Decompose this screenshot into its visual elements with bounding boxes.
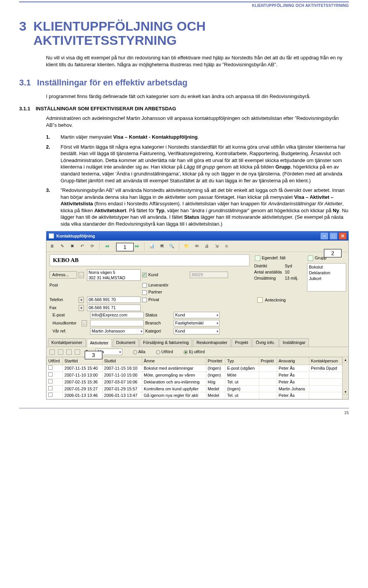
tab-kontaktpersoner[interactable]: Kontaktpersoner <box>48 338 86 347</box>
kategori-select[interactable]: Kund▾ <box>174 328 220 334</box>
table-row[interactable]: 2007-02-15 15:362007-03-07 16:06Deklarat… <box>47 378 342 385</box>
kund-checkbox[interactable] <box>142 273 147 277</box>
bransch-select[interactable]: Fastighetsmäkl▾ <box>174 320 220 326</box>
subsection-number: 3.1.1 <box>19 105 30 112</box>
refresh-icon[interactable]: ⟳ <box>89 243 95 250</box>
radio-alla[interactable] <box>133 350 137 354</box>
scroll-down-icon[interactable]: ▾ <box>343 389 348 395</box>
privat-checkbox[interactable] <box>142 298 147 302</box>
section-heading: 3.1 Inställningar för en effektiv arbets… <box>19 77 349 88</box>
app-window: 1 2 3 Kontaktuppföljning – □ ✕ 🗎 ✎ ✖ ↶ ⟳… <box>46 231 349 400</box>
table-header[interactable]: Kontaktperson <box>309 357 342 365</box>
tab-projekt[interactable]: Projekt <box>232 338 251 347</box>
row-checkbox[interactable] <box>48 365 53 370</box>
partner-checkbox[interactable] <box>142 290 147 295</box>
scrollbar[interactable]: ▴ ▾ <box>342 357 348 399</box>
chapter-heading: 3 KLIENTUPPFÖLJNING OCH AKTIVITETSSTYRNI… <box>19 19 349 48</box>
radio-utford[interactable] <box>156 350 160 354</box>
radio-ejutford[interactable] <box>184 350 188 354</box>
telefon-label: Telefon <box>49 297 77 303</box>
page-number: 15 <box>19 410 349 416</box>
search-icon[interactable]: 🔍 <box>168 243 175 250</box>
telefon-dd-icon[interactable]: ▾ <box>79 297 84 303</box>
tabtool-refresh-icon[interactable] <box>75 349 80 355</box>
export-icon[interactable]: ⇲ <box>213 243 220 250</box>
tools-icon[interactable]: 🛠 <box>158 243 165 250</box>
section-body: I programmet finns färdig definierade fä… <box>46 93 349 100</box>
exit-icon[interactable]: ⎋ <box>223 243 230 250</box>
edit-icon[interactable]: ✎ <box>59 243 66 250</box>
table-row[interactable]: 2006-01-13 13:462006-01-13 13:47Gå igeno… <box>47 392 342 399</box>
epost-label: E-post <box>53 312 80 318</box>
table-row[interactable]: 2007-01-29 15:272007-01-29 15:57Kontroll… <box>47 385 342 392</box>
last-icon[interactable]: ⏭ <box>133 243 140 250</box>
tab-dokument[interactable]: Dokument <box>113 338 139 347</box>
anteckning-label[interactable]: Anteckning <box>265 297 286 303</box>
egendef-header[interactable]: Egendef. fält <box>254 254 303 262</box>
tab-aktiviteter[interactable]: Aktiviteter <box>87 339 112 347</box>
new-icon[interactable]: 🗎 <box>49 243 56 250</box>
tab-installningar[interactable]: Inställningar <box>279 338 309 347</box>
close-button[interactable]: ✕ <box>338 232 347 240</box>
step-2: 2. Först vill Martin lägga till några eg… <box>46 144 349 184</box>
row-checkbox[interactable] <box>48 379 53 383</box>
hk-dd-icon[interactable]: … <box>82 320 87 326</box>
step-3: 3. ”Redovisningsbyrån AB” vill använda N… <box>46 187 349 227</box>
grupp-listbox[interactable]: Bokslut Deklaration Julkort <box>307 263 346 292</box>
titlebar[interactable]: Kontaktuppföljning – □ ✕ <box>46 231 348 241</box>
tabtool-new-icon[interactable] <box>49 349 55 355</box>
mail-icon[interactable]: ✉ <box>193 243 200 250</box>
intro-paragraph: Nu vill vi visa dig ett exempel på hur d… <box>46 54 349 68</box>
minimize-button[interactable]: – <box>320 232 329 240</box>
activity-table[interactable]: UtfördStarttidSluttidÄmnePrioritetTypPro… <box>46 357 342 399</box>
list-item[interactable]: Deklaration <box>309 270 344 276</box>
subsection-title: INSTÄLLNINGAR SOM EFFEKTIVISERAR DIN ARB… <box>36 105 176 112</box>
table-header[interactable]: Sluttid <box>102 357 142 365</box>
table-header[interactable]: Ansvarig <box>277 357 309 365</box>
tabtool-edit-icon[interactable] <box>58 349 63 355</box>
table-header[interactable]: Prioritet <box>206 357 225 365</box>
first-icon[interactable]: ⏮ <box>104 243 110 250</box>
print-icon[interactable]: 🖨 <box>203 243 210 250</box>
tabtool-delete-icon[interactable] <box>66 349 72 355</box>
undo-icon[interactable]: ↶ <box>79 243 85 250</box>
table-header[interactable]: Projekt <box>259 357 277 365</box>
subsection-body: Administratören och avdelningschef Marti… <box>46 115 349 128</box>
table-row[interactable]: 2007-11-10 13:002007-11-10 15:00Möte, ge… <box>47 372 342 378</box>
running-header: KLIENTUPPFÖLJNING OCH AKTIVITETSSTYRNING <box>19 3 349 8</box>
lev-checkbox[interactable] <box>142 283 147 288</box>
chapter-title: KLIENTUPPFÖLJNING OCH AKTIVITETSSTYRNING <box>33 19 349 48</box>
table-header[interactable]: Utförd <box>47 357 63 365</box>
row-checkbox[interactable] <box>48 393 53 397</box>
telefon-input[interactable]: 08-566 991 70 <box>87 296 141 303</box>
chart-icon[interactable]: 📊 <box>148 243 155 250</box>
ref-select[interactable]: Martin Johansson▾ <box>90 328 144 334</box>
address-button[interactable]: Adress... <box>49 271 77 278</box>
tab-forsaljning[interactable]: Försäljning & fakturering <box>140 338 192 347</box>
address-input[interactable]: Norra vägen 5 302 31 HALMSTAD <box>87 269 141 281</box>
section-title: Inställningar för en effektiv arbetsdag <box>37 77 187 88</box>
fax-input[interactable]: 08-566 991 71 <box>87 305 141 311</box>
scroll-up-icon[interactable]: ▴ <box>343 357 348 362</box>
tab-ovrig[interactable]: Övrig info. <box>252 338 278 347</box>
status-select[interactable]: Kund▾ <box>174 312 220 318</box>
delete-icon[interactable]: ✖ <box>69 243 76 250</box>
address-dropdown-icon[interactable]: … <box>79 272 84 278</box>
table-header[interactable]: Ämne <box>142 357 206 365</box>
list-item[interactable]: Bokslut <box>309 264 344 270</box>
table-row[interactable]: 2007-11-15 15:402007-11-15 16:10Bokslut … <box>47 365 342 372</box>
epost-input[interactable]: Info@Exprezz.com <box>90 312 144 318</box>
chapter-number: 3 <box>19 19 26 48</box>
ref-label: Vår ref. <box>53 328 80 334</box>
fax-dd-icon[interactable]: ▾ <box>79 305 84 311</box>
tab-reskontra[interactable]: Reskontraposter <box>193 338 231 347</box>
table-header[interactable]: Typ <box>225 357 259 365</box>
row-checkbox[interactable] <box>48 372 53 377</box>
row-checkbox[interactable] <box>48 386 53 390</box>
step-1: 1. Martin väljer menyvalet Visa – Kontak… <box>46 134 349 141</box>
hk-input[interactable] <box>90 320 144 326</box>
maximize-button[interactable]: □ <box>329 232 338 240</box>
folder-icon[interactable]: 📁 <box>183 243 190 250</box>
list-item[interactable]: Julkort <box>309 276 344 282</box>
section-number: 3.1 <box>19 77 31 88</box>
